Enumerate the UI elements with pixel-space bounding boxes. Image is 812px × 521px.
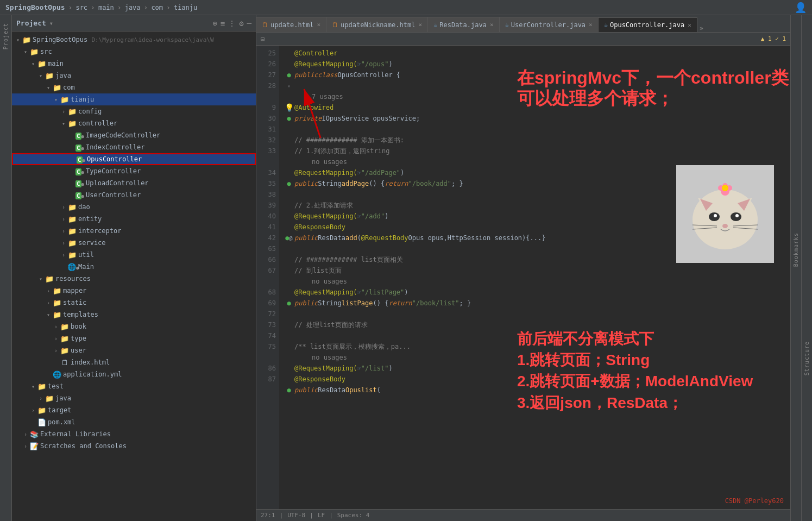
tab-usercontroller-java[interactable]: ☕ UserController.java × xyxy=(500,17,599,32)
usercontroller-java-icon: ☕ xyxy=(505,21,509,29)
test-java-folder-icon: 📁 xyxy=(45,394,54,403)
tree-main[interactable]: ▾ 📁 main xyxy=(12,58,256,70)
tree-imagecontroller[interactable]: C● ImageCodeController xyxy=(12,129,256,141)
bookmarks-label[interactable]: Bookmarks xyxy=(793,233,799,267)
tab-update-html[interactable]: 🗒 update.html × xyxy=(256,17,326,32)
tree-controller[interactable]: ▾ 📁 controller xyxy=(12,117,256,129)
project-panel: Project ▾ ⊕ ≡ ⋮ ⚙ ─ ▾ 📁 SpringBootOpus D… xyxy=(12,15,256,521)
update-html-icon: 🗒 xyxy=(262,21,268,29)
tab-opuscontroller-java-close[interactable]: × xyxy=(688,22,691,29)
tree-uploadcontroller[interactable]: C● UploadController xyxy=(12,177,256,189)
panel-action-collapse[interactable]: ≡ xyxy=(221,19,225,28)
tab-usercontroller-java-close[interactable]: × xyxy=(589,21,593,28)
controller-folder-icon: 📁 xyxy=(67,120,77,128)
tree-config[interactable]: › 📁 config xyxy=(12,105,256,117)
tree-root[interactable]: ▾ 📁 SpringBootOpus D:\Myprogram\idea-wor… xyxy=(12,34,256,46)
entity-label: entity xyxy=(78,215,102,223)
tab-updatenickname-html[interactable]: 🗒 updateNickname.html × xyxy=(326,17,428,32)
tree-type[interactable]: › 📁 type xyxy=(12,332,256,344)
tree-src[interactable]: ▾ 📁 src xyxy=(12,46,256,58)
tree-usercontroller[interactable]: C● UserController xyxy=(12,189,256,201)
tree-service[interactable]: › 📁 service xyxy=(12,237,256,249)
code-editor[interactable]: 25 26 27 28 9 30 31 32 33 34 35 38 39 40… xyxy=(256,46,790,509)
code-line-nousages3: no usages xyxy=(279,352,790,363)
breadcrumb-main[interactable]: main xyxy=(98,4,114,11)
user-icon[interactable]: 👤 xyxy=(795,2,807,13)
tree-pom-xml[interactable]: 📄 pom.xml xyxy=(12,416,256,428)
tree-static[interactable]: › 📁 static xyxy=(12,297,256,309)
target-folder-icon: 📁 xyxy=(37,406,47,415)
tree-dao[interactable]: › 📁 dao xyxy=(12,201,256,213)
src-folder-icon: 📁 xyxy=(29,48,39,56)
templates-label: templates xyxy=(63,311,98,318)
panel-action-settings[interactable]: ⋮ xyxy=(228,19,236,28)
bookmarks-strip: Bookmarks xyxy=(790,15,801,521)
code-33-comment: // 1.到添加页面，返回string xyxy=(294,146,389,156)
tree-test[interactable]: ▾ 📁 test xyxy=(12,380,256,392)
code-32-comment: // ############# 添加一本图书: xyxy=(294,135,404,146)
external-libs-icon: 📚 xyxy=(29,430,39,438)
tree-user[interactable]: › 📁 user xyxy=(12,344,256,356)
tree-index-html[interactable]: 🗒 index.html xyxy=(12,356,256,368)
tree-util[interactable]: › 📁 util xyxy=(12,249,256,261)
tree-scratches[interactable]: › 📝 Scratches and Consoles xyxy=(12,440,256,452)
panel-action-gear[interactable]: ⚙ xyxy=(239,19,243,28)
tab-opuscontroller-java[interactable]: ☕ OpusController.java × xyxy=(599,17,697,33)
tree-opuscontroller[interactable]: C● OpusController xyxy=(12,153,256,165)
panel-actions: ⊕ ≡ ⋮ ⚙ ─ xyxy=(212,19,251,28)
tab-resdata-java-close[interactable]: × xyxy=(490,21,494,28)
tab-update-html-close[interactable]: × xyxy=(317,21,320,28)
tree-main-class[interactable]: 🌐● Main xyxy=(12,261,256,273)
service-folder-icon: 📁 xyxy=(67,239,77,247)
tree-java[interactable]: ▾ 📁 java xyxy=(12,70,256,81)
config-folder-icon: 📁 xyxy=(67,108,77,116)
tree-typecontroller[interactable]: C● TypeController xyxy=(12,165,256,177)
tree-resources[interactable]: ▾ 📁 resources xyxy=(12,273,256,285)
tree-com[interactable]: ▾ 📁 com xyxy=(12,81,256,93)
tree-mapper[interactable]: › 📁 mapper xyxy=(12,285,256,297)
typecontroller-icon: C● xyxy=(75,167,85,175)
tab-updatenickname-html-label: updateNickname.html xyxy=(341,21,415,29)
panel-action-locate[interactable]: ⊕ xyxy=(212,19,217,28)
tree-templates[interactable]: ▾ 📁 templates xyxy=(12,309,256,321)
tree-tianju[interactable]: ▾ 📁 tianju xyxy=(12,93,256,105)
tree-application-yml[interactable]: 🌐 application.yml xyxy=(12,368,256,380)
breadcrumb-tianju[interactable]: tianju xyxy=(174,4,197,11)
code-34-annotation: @RequestMapping( xyxy=(294,167,357,178)
code-line-31 xyxy=(279,124,790,135)
tree-target[interactable]: › 📁 target xyxy=(12,404,256,416)
tree-test-java[interactable]: › 📁 java xyxy=(12,392,256,404)
project-strip-label[interactable]: Project xyxy=(3,23,9,49)
code-line-usages1: 7 usages xyxy=(279,91,790,102)
tab-updatenickname-html-close[interactable]: × xyxy=(418,21,422,28)
code-content[interactable]: @Controller @RequestMapping(☞"/opus") ● … xyxy=(279,46,790,509)
code-line-69: ● public String listPage() { return "/bo… xyxy=(279,298,790,309)
code-line-67: // 到list页面 xyxy=(279,265,790,276)
structure-label[interactable]: Structure xyxy=(804,341,810,375)
tree-interceptor[interactable]: › 📁 interceptor xyxy=(12,225,256,237)
tab-resdata-java[interactable]: ☕ ResData.java × xyxy=(428,17,500,32)
code-line-73: // 处理list页面的请求 xyxy=(279,319,790,330)
code-line-87: @ResponseBody xyxy=(279,374,790,385)
tianju-folder-icon: 📁 xyxy=(60,96,70,104)
breadcrumb-src[interactable]: src xyxy=(75,4,87,11)
breadcrumb-java[interactable]: java xyxy=(125,4,141,11)
status-encoding: UTF-8 xyxy=(287,512,305,519)
interceptor-label: interceptor xyxy=(78,227,121,235)
toolbar-fold-all[interactable]: ⊟ xyxy=(261,35,265,43)
tabs-more[interactable]: » xyxy=(700,24,703,32)
code-26-paren: ) xyxy=(388,59,392,70)
svg-point-10 xyxy=(722,224,728,228)
gutter-autowired: 💡 xyxy=(284,102,294,114)
tree-external-libs[interactable]: › 📚 External Libraries xyxy=(12,428,256,440)
tree-indexcontroller[interactable]: C● IndexController xyxy=(12,141,256,153)
mapper-label: mapper xyxy=(63,287,86,294)
tree-book[interactable]: › 📁 book xyxy=(12,321,256,332)
editor-tabs: 🗒 update.html × 🗒 updateNickname.html × … xyxy=(256,15,790,33)
tree-entity[interactable]: › 📁 entity xyxy=(12,213,256,225)
panel-dropdown-arrow[interactable]: ▾ xyxy=(49,20,53,27)
breadcrumb-com[interactable]: com xyxy=(151,4,163,11)
src-label: src xyxy=(40,48,52,55)
panel-action-minimize[interactable]: ─ xyxy=(247,19,251,28)
interceptor-folder-icon: 📁 xyxy=(67,227,77,235)
